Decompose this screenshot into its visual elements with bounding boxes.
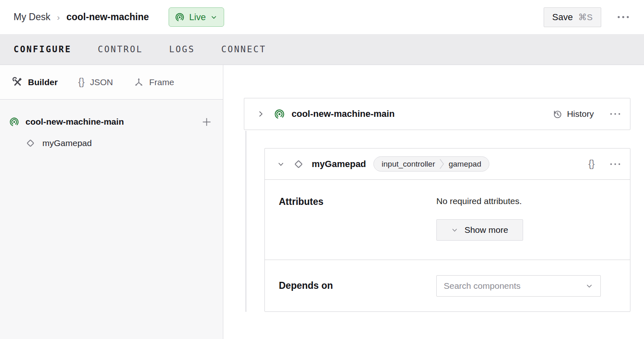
config-main-panel: cool-new-machine-main History <box>223 65 644 339</box>
collapse-chevron-down-icon[interactable] <box>277 160 285 168</box>
mode-tab-json-label: JSON <box>90 77 113 87</box>
axes-icon <box>134 77 144 87</box>
mode-tab-frame[interactable]: Frame <box>134 77 174 87</box>
component-card-mygamepad: myGamepad input_controller gamepad {} <box>264 148 630 312</box>
tree-item-mygamepad[interactable]: myGamepad <box>0 132 223 154</box>
tree-item-machine-main[interactable]: cool-new-machine-main <box>0 111 223 132</box>
mode-tab-builder[interactable]: Builder <box>12 77 58 87</box>
save-button[interactable]: Save ⌘S <box>544 7 601 27</box>
live-ring-icon <box>9 117 19 127</box>
show-more-button[interactable]: Show more <box>436 219 523 241</box>
expand-chevron-right-icon[interactable] <box>257 110 265 118</box>
attributes-section: Attributes No required attributes. Show … <box>265 180 630 260</box>
breadcrumb-parent-link[interactable]: My Desk <box>14 12 50 23</box>
history-icon <box>552 109 563 119</box>
depends-on-label: Depends on <box>279 280 436 291</box>
save-shortcut-hint: ⌘S <box>578 12 593 22</box>
history-label: History <box>567 109 594 119</box>
live-status-label: Live <box>189 12 206 23</box>
machine-part-title: cool-new-machine-main <box>292 109 395 119</box>
tree-guide-line <box>246 131 246 312</box>
live-status-dropdown[interactable]: Live <box>169 7 224 27</box>
tab-logs[interactable]: LOGS <box>169 44 195 54</box>
add-component-button[interactable] <box>201 116 212 128</box>
depends-on-section: Depends on Search components <box>265 260 630 311</box>
live-ring-icon <box>274 109 285 120</box>
sidebar-mode-tabs: Builder {} JSON Frame <box>0 65 223 100</box>
attributes-empty-text: No required attributes. <box>436 196 617 206</box>
mode-tab-frame-label: Frame <box>149 77 174 87</box>
breadcrumb-machine-name: cool-new-machine <box>66 12 149 23</box>
save-button-label: Save <box>552 12 573 23</box>
mode-tab-builder-label: Builder <box>28 77 58 87</box>
config-sidebar: Builder {} JSON Frame <box>0 65 223 339</box>
show-more-label: Show more <box>464 225 508 235</box>
tab-configure[interactable]: CONFIGURE <box>14 44 72 54</box>
tree-item-machine-label: cool-new-machine-main <box>25 117 195 127</box>
tab-connect[interactable]: CONNECT <box>221 44 266 54</box>
api-badge-label: input_controller <box>374 160 439 169</box>
tab-control[interactable]: CONTROL <box>98 44 143 54</box>
breadcrumb: My Desk › cool-new-machine <box>14 12 149 23</box>
badge-divider-chevron-icon <box>439 156 445 172</box>
component-type-badge: input_controller gamepad <box>373 156 489 172</box>
mode-tab-json[interactable]: {} JSON <box>78 77 113 88</box>
diamond-icon <box>293 158 304 170</box>
breadcrumb-separator: › <box>57 12 60 22</box>
component-card-overflow-menu-button[interactable] <box>609 160 621 168</box>
tree-item-mygamepad-label: myGamepad <box>42 138 92 148</box>
diamond-icon <box>25 138 36 149</box>
machine-card-overflow-menu-button[interactable] <box>609 110 621 118</box>
braces-icon: {} <box>78 77 84 88</box>
topbar-overflow-menu-button[interactable] <box>616 12 630 22</box>
chevron-down-icon <box>585 282 593 290</box>
component-card-header: myGamepad input_controller gamepad {} <box>265 149 630 180</box>
model-badge-label: gamepad <box>445 160 489 169</box>
machine-part-tree: cool-new-machine-main myGamepad <box>0 100 223 154</box>
component-name: myGamepad <box>312 159 366 170</box>
machine-nav-tabs: CONFIGURE CONTROL LOGS CONNECT <box>0 34 644 65</box>
history-button[interactable]: History <box>552 109 594 119</box>
tools-icon <box>12 77 23 87</box>
live-ring-icon <box>175 12 185 22</box>
attributes-label: Attributes <box>279 196 436 207</box>
content-area: Builder {} JSON Frame <box>0 65 644 339</box>
depends-on-select[interactable]: Search components <box>436 275 601 297</box>
edit-json-braces-icon[interactable]: {} <box>588 158 595 170</box>
machine-part-card: cool-new-machine-main History <box>244 98 630 130</box>
depends-on-placeholder: Search components <box>444 281 521 291</box>
chevron-down-icon <box>210 14 218 21</box>
chevron-down-icon <box>451 227 458 234</box>
top-bar: My Desk › cool-new-machine Live Save ⌘S <box>0 0 644 34</box>
